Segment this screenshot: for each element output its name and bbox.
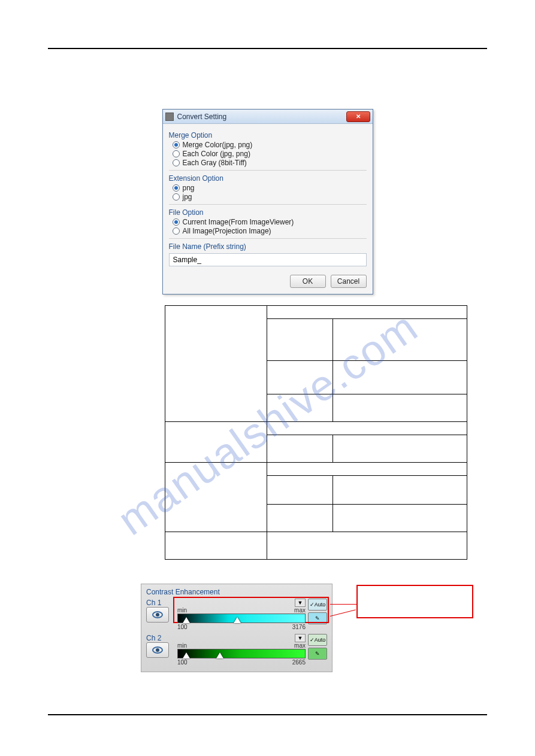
auto-label: Auto xyxy=(315,602,326,608)
channel-1-dropdown[interactable]: ▼ xyxy=(295,599,306,607)
extension-option-label: Extension Option xyxy=(169,174,367,183)
radio-merge-color[interactable]: Merge Color(jpg, png) xyxy=(173,141,367,149)
dialog-titlebar: Convert Setting ✕ xyxy=(163,110,373,124)
adjust-icon: ✎ xyxy=(315,651,320,657)
channel-2-max-value: 2665 xyxy=(292,659,306,666)
cancel-label: Cancel xyxy=(337,277,359,286)
annotation-callout-box xyxy=(356,585,473,618)
radio-icon xyxy=(173,150,180,157)
cancel-button[interactable]: Cancel xyxy=(331,275,367,288)
ok-button[interactable]: OK xyxy=(290,275,326,288)
contrast-title: Contrast Enhancement xyxy=(146,588,327,596)
radio-icon xyxy=(173,159,180,166)
channel-2-visibility-toggle[interactable] xyxy=(146,642,169,658)
slider-handle-max[interactable] xyxy=(234,617,241,623)
eye-icon xyxy=(152,611,163,618)
slider-handle-min[interactable] xyxy=(183,652,190,658)
slider-handle-min[interactable] xyxy=(183,617,190,623)
channel-2-dropdown[interactable]: ▼ xyxy=(295,634,306,642)
radio-each-gray[interactable]: Each Gray (8bit-Tiff) xyxy=(173,159,367,167)
radio-label: All Image(Projection Image) xyxy=(183,227,271,235)
max-label: max xyxy=(294,607,306,614)
chevron-down-icon: ▼ xyxy=(298,635,303,641)
radio-icon xyxy=(173,141,180,148)
radio-current-image[interactable]: Current Image(From ImageViewer) xyxy=(173,218,367,226)
min-label: min xyxy=(177,607,187,614)
channel-2-auto-button[interactable]: ✓Auto xyxy=(308,634,327,646)
radio-label: Each Gray (8bit-Tiff) xyxy=(183,159,247,167)
channel-2-adjust-button[interactable]: ✎ xyxy=(308,648,327,660)
options-table xyxy=(165,305,467,560)
radio-label: jpg xyxy=(183,193,192,201)
auto-label: Auto xyxy=(315,637,326,643)
radio-label: Current Image(From ImageViewer) xyxy=(183,218,294,226)
adjust-icon: ✎ xyxy=(315,615,320,621)
radio-png[interactable]: png xyxy=(173,184,367,192)
footer-rule xyxy=(48,714,487,715)
slider-handle-max[interactable] xyxy=(216,652,223,658)
radio-label: Each Color (jpg, png) xyxy=(183,150,250,158)
radio-icon xyxy=(173,184,180,192)
channel-1-gradient-slider[interactable] xyxy=(177,614,306,623)
file-name-input[interactable] xyxy=(169,253,367,266)
channel-1-min-value: 100 xyxy=(177,624,188,630)
channel-1-visibility-toggle[interactable] xyxy=(146,607,169,623)
annotation-leader-line xyxy=(330,604,356,605)
radio-label: Merge Color(jpg, png) xyxy=(183,141,253,149)
header-rule xyxy=(48,48,487,49)
close-button[interactable]: ✕ xyxy=(346,111,370,122)
radio-label: png xyxy=(183,184,195,192)
annotation-leader-line xyxy=(330,609,356,617)
channel-2-label: Ch 2 xyxy=(146,634,169,642)
dialog-title: Convert Setting xyxy=(177,113,346,121)
channel-1-adjust-button[interactable]: ✎ xyxy=(308,612,327,624)
radio-jpg[interactable]: jpg xyxy=(173,193,367,201)
merge-option-label: Merge Option xyxy=(169,131,367,139)
file-name-label: File Name (Prefix string) xyxy=(169,242,367,251)
radio-icon xyxy=(173,218,180,226)
radio-icon xyxy=(173,227,180,235)
min-label: min xyxy=(177,642,187,649)
channel-1-label: Ch 1 xyxy=(146,599,169,607)
close-icon: ✕ xyxy=(356,113,361,120)
channel-2-gradient-slider[interactable] xyxy=(177,649,306,658)
radio-all-image[interactable]: All Image(Projection Image) xyxy=(173,227,367,235)
eye-icon xyxy=(152,646,163,654)
convert-setting-dialog: Convert Setting ✕ Merge Option Merge Col… xyxy=(162,109,373,294)
chevron-down-icon: ▼ xyxy=(298,600,303,606)
contrast-enhancement-panel: Contrast Enhancement Ch 1 ▼ min xyxy=(141,584,333,672)
ok-label: OK xyxy=(303,277,313,286)
channel-1-max-value: 3176 xyxy=(292,624,306,630)
app-icon xyxy=(165,113,174,121)
channel-2-min-value: 100 xyxy=(177,659,188,666)
channel-1-auto-button[interactable]: ✓Auto xyxy=(308,599,327,611)
file-option-label: File Option xyxy=(169,208,367,217)
max-label: max xyxy=(294,642,306,649)
radio-icon xyxy=(173,193,180,201)
radio-each-color[interactable]: Each Color (jpg, png) xyxy=(173,150,367,158)
